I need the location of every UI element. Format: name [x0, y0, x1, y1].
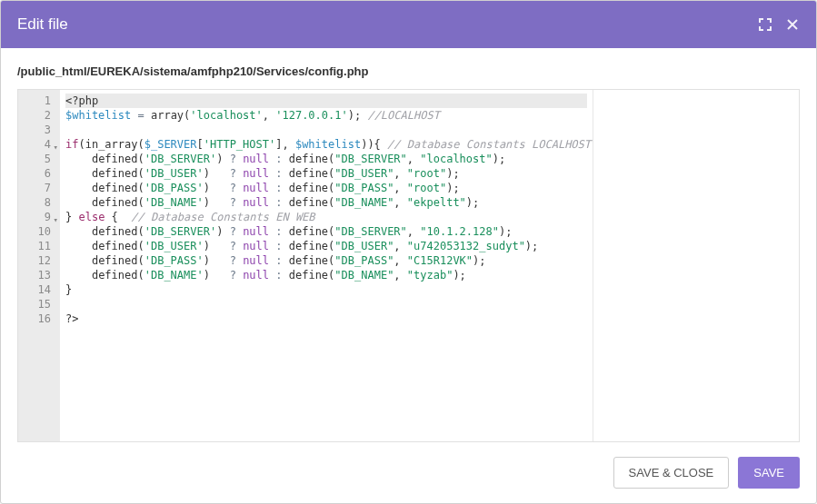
line-number: 7 — [18, 181, 55, 195]
line-number: 6 — [18, 166, 55, 181]
line-number: 5 — [18, 152, 55, 166]
line-number: 2 — [18, 108, 55, 123]
file-path: /public_html/EUREKA/sistema/amfphp210/Se… — [17, 64, 800, 78]
line-number: 15 — [18, 297, 55, 311]
line-gutter: 1234▾56789▾10111213141516 — [18, 90, 60, 441]
code-line[interactable]: defined('DB_PASS') ? null : define("DB_P… — [65, 253, 587, 268]
edit-file-modal: Edit file /public_html/EUREKA/sistema/am… — [0, 0, 817, 504]
line-number: 11 — [18, 239, 55, 253]
line-number: 16 — [18, 311, 55, 326]
expand-icon[interactable] — [758, 17, 772, 32]
modal-body: /public_html/EUREKA/sistema/amfphp210/Se… — [1, 48, 816, 442]
line-number: 14 — [18, 282, 55, 297]
save-and-close-button[interactable]: SAVE & CLOSE — [613, 457, 730, 489]
line-number: 10 — [18, 224, 55, 239]
code-line[interactable]: $whitelist = array('localhost', '127.0.0… — [65, 108, 587, 123]
line-number: 13 — [18, 268, 55, 282]
line-number: 9▾ — [18, 210, 55, 224]
code-line[interactable]: <?php — [65, 94, 587, 108]
code-line[interactable] — [65, 297, 587, 311]
code-line[interactable]: ?> — [65, 311, 587, 326]
code-line[interactable]: if(in_array($_SERVER['HTTP_HOST'], $whit… — [65, 137, 587, 152]
header-actions — [758, 17, 800, 32]
close-icon[interactable] — [785, 17, 800, 32]
code-area[interactable]: <?php$whitelist = array('localhost', '12… — [60, 90, 593, 441]
code-line[interactable]: } else { // Database Constants EN WEB — [65, 210, 587, 224]
modal-footer: SAVE & CLOSE SAVE — [1, 442, 816, 503]
code-line[interactable]: defined('DB_SERVER') ? null : define("DB… — [65, 224, 587, 239]
editor-blank — [593, 90, 799, 441]
line-number: 8 — [18, 195, 55, 210]
code-line[interactable]: defined('DB_NAME') ? null : define("DB_N… — [65, 195, 587, 210]
code-line[interactable]: defined('DB_USER') ? null : define("DB_U… — [65, 239, 587, 253]
line-number: 4▾ — [18, 137, 55, 152]
line-number: 3 — [18, 123, 55, 137]
line-number: 1 — [18, 94, 55, 108]
code-line[interactable]: defined('DB_NAME') ? null : define("DB_N… — [65, 268, 587, 282]
code-line[interactable]: defined('DB_SERVER') ? null : define("DB… — [65, 152, 587, 166]
save-button[interactable]: SAVE — [738, 457, 800, 489]
code-line[interactable] — [65, 123, 587, 137]
modal-title: Edit file — [17, 15, 68, 34]
modal-header: Edit file — [1, 1, 816, 48]
line-number: 12 — [18, 253, 55, 268]
code-line[interactable]: defined('DB_PASS') ? null : define("DB_P… — [65, 181, 587, 195]
code-line[interactable]: defined('DB_USER') ? null : define("DB_U… — [65, 166, 587, 181]
code-editor[interactable]: 1234▾56789▾10111213141516 <?php$whitelis… — [17, 89, 800, 442]
code-line[interactable]: } — [65, 282, 587, 297]
